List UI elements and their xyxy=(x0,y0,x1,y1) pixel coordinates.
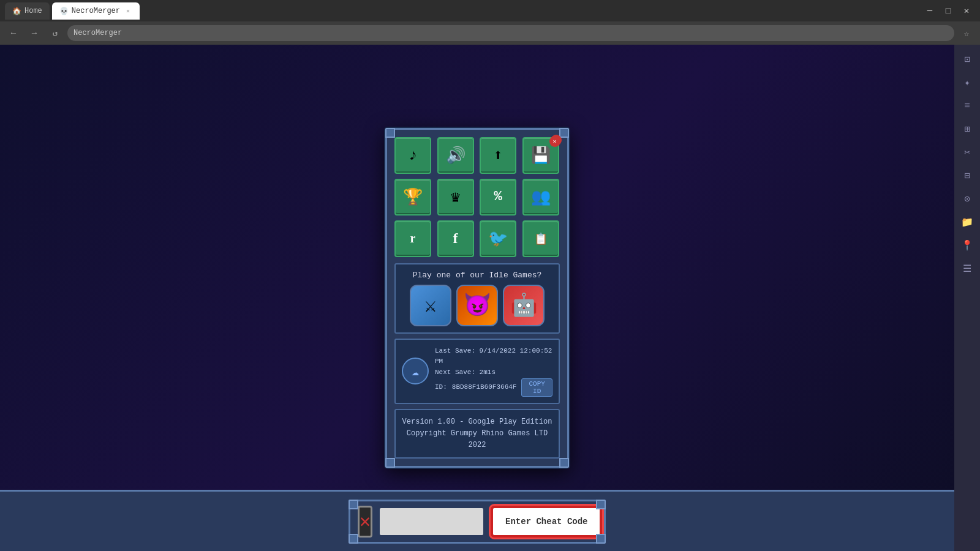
friends-button[interactable]: 👥 xyxy=(522,179,559,216)
corner-decoration-br xyxy=(559,458,569,468)
bookmark-button[interactable]: ☆ xyxy=(958,24,975,42)
save-details: Last Save: 9/14/2022 12:00:52 PM Next Sa… xyxy=(435,346,552,397)
close-button[interactable]: ✕ xyxy=(958,2,975,20)
enter-cheat-button[interactable]: Enter Cheat Code xyxy=(491,506,602,538)
tab-home[interactable]: 🏠 Home xyxy=(5,2,50,20)
sidebar-icon-5[interactable]: ✂ xyxy=(957,143,977,162)
save-button[interactable]: 💾 ✕ xyxy=(522,137,559,174)
corner-decoration-tl xyxy=(385,128,395,138)
tab-close-button[interactable]: ✕ xyxy=(124,7,132,15)
copy-id-button[interactable]: COPY ID xyxy=(521,378,552,397)
tab-home-label: Home xyxy=(24,7,42,15)
bottom-corner-br xyxy=(596,534,606,544)
cheat-code-input[interactable] xyxy=(380,508,483,535)
version-section: Version 1.00 - Google Play Edition Copyr… xyxy=(394,409,560,459)
vip-button[interactable]: ♛ xyxy=(437,179,474,216)
corner-decoration-tr xyxy=(559,128,569,138)
idle-games-section: Play one of our Idle Games? ⚔ 😈 🤖 xyxy=(394,263,560,334)
id-label: ID: xyxy=(435,382,447,393)
tab-necromerger[interactable]: 💀 NecroMerger ✕ xyxy=(52,2,140,20)
bottom-bar: ✕ Enter Cheat Code xyxy=(0,490,954,551)
next-save-text: Next Save: 2m1s xyxy=(435,367,552,378)
id-value: 8BD88F1B60F3664F xyxy=(452,382,517,393)
version-line1: Version 1.00 - Google Play Edition xyxy=(402,416,552,428)
sword-game-button[interactable]: ⚔ xyxy=(410,285,451,326)
address-text: NecroMerger xyxy=(74,29,122,37)
bottom-inner-container: ✕ Enter Cheat Code xyxy=(349,500,606,544)
bottom-corner-bl xyxy=(349,534,358,544)
sidebar-icon-1[interactable]: ⊡ xyxy=(957,50,977,69)
sale-button[interactable]: % xyxy=(480,179,516,216)
bottom-corner-tl xyxy=(349,500,358,509)
address-bar[interactable]: NecroMerger xyxy=(67,25,954,41)
save-info-section: ☁ Last Save: 9/14/2022 12:00:52 PM Next … xyxy=(394,339,560,404)
facebook-button[interactable]: f xyxy=(437,220,474,257)
cloud-save-icon: ☁ xyxy=(402,358,429,384)
necromerger-favicon: 💀 xyxy=(59,7,68,15)
twitter-button[interactable]: 🐦 xyxy=(480,220,516,257)
sidebar-icon-6[interactable]: ⊟ xyxy=(957,166,977,186)
robot-game-button[interactable]: 🤖 xyxy=(503,285,545,326)
tab-necromerger-label: NecroMerger xyxy=(72,7,120,15)
sidebar-icon-8[interactable]: 📁 xyxy=(957,212,977,232)
browser-chrome: 🏠 Home 💀 NecroMerger ✕ ─ □ ✕ xyxy=(0,0,980,21)
sidebar-icon-10[interactable]: ☰ xyxy=(957,259,977,279)
achievements-button[interactable]: 🏆 xyxy=(394,179,431,216)
idle-section-title: Play one of our Idle Games? xyxy=(402,271,552,280)
bottom-corner-tr xyxy=(596,500,606,509)
close-x-button[interactable]: ✕ xyxy=(358,506,372,538)
home-favicon: 🏠 xyxy=(12,7,21,15)
upload-save-button[interactable]: ⬆ xyxy=(480,137,516,174)
browser-toolbar: ← → ↺ NecroMerger ☆ xyxy=(0,21,980,45)
music-button[interactable]: ♪ xyxy=(394,137,431,174)
sidebar-icon-9[interactable]: 📍 xyxy=(957,236,977,255)
content-area: ♪ 🔊 ⬆ 💾 ✕ 🏆 ♛ % 👥 r f 🐦 📋 Play one of ou… xyxy=(0,45,954,551)
reddit-button[interactable]: r xyxy=(394,220,431,257)
save-id-row: ID: 8BD88F1B60F3664F COPY ID xyxy=(435,378,552,397)
save-badge: ✕ xyxy=(551,135,562,146)
refresh-button[interactable]: ↺ xyxy=(47,24,64,42)
privacy-button[interactable]: 📋 xyxy=(522,220,559,257)
version-line2: Copyright Grumpy Rhino Games LTD 2022 xyxy=(402,428,552,451)
right-sidebar: ⊡ ✦ ≡ ⊞ ✂ ⊟ ⊙ 📁 📍 ☰ xyxy=(954,45,980,551)
game-panel: ♪ 🔊 ⬆ 💾 ✕ 🏆 ♛ % 👥 r f 🐦 📋 Play one of ou… xyxy=(349,128,606,468)
sidebar-icon-4[interactable]: ⊞ xyxy=(957,119,977,139)
forward-button[interactable]: → xyxy=(26,24,43,42)
minimize-button[interactable]: ─ xyxy=(921,2,938,20)
maximize-button[interactable]: □ xyxy=(940,2,957,20)
settings-icon-grid: ♪ 🔊 ⬆ 💾 ✕ 🏆 ♛ % 👥 r f 🐦 📋 xyxy=(394,137,560,257)
close-x-icon: ✕ xyxy=(360,510,371,533)
last-save-text: Last Save: 9/14/2022 12:00:52 PM xyxy=(435,346,552,367)
sidebar-icon-3[interactable]: ≡ xyxy=(957,96,977,116)
devil-game-button[interactable]: 😈 xyxy=(456,285,498,326)
corner-decoration-bl xyxy=(385,458,395,468)
back-button[interactable]: ← xyxy=(5,24,22,42)
settings-dialog: ♪ 🔊 ⬆ 💾 ✕ 🏆 ♛ % 👥 r f 🐦 📋 Play one of ou… xyxy=(385,128,569,468)
sidebar-icon-7[interactable]: ⊙ xyxy=(957,189,977,209)
sound-button[interactable]: 🔊 xyxy=(437,137,474,174)
idle-games-list: ⚔ 😈 🤖 xyxy=(402,285,552,326)
window-controls: ─ □ ✕ xyxy=(921,0,975,21)
sidebar-icon-2[interactable]: ✦ xyxy=(957,73,977,92)
tab-bar: 🏠 Home 💀 NecroMerger ✕ xyxy=(0,0,145,21)
